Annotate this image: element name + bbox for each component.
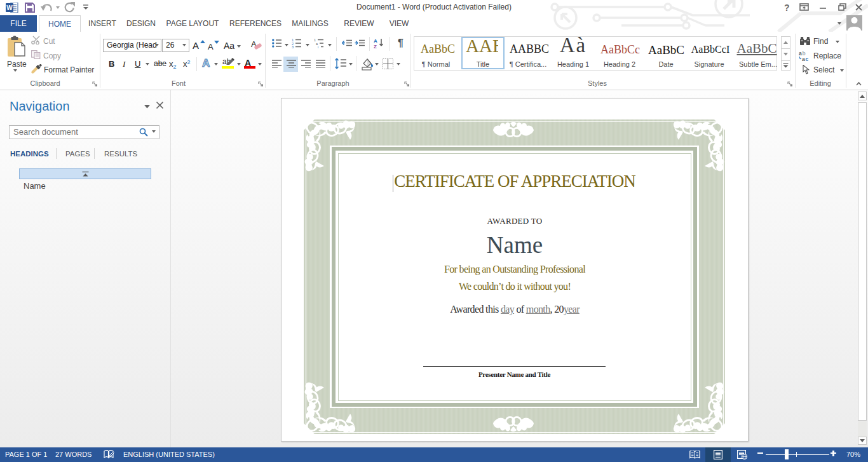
svg-text:a: a [802, 56, 805, 62]
svg-text:A: A [374, 38, 377, 44]
svg-text:c: c [806, 56, 809, 62]
svg-text:Z: Z [374, 44, 377, 48]
svg-text:i: i [318, 45, 318, 48]
svg-text:3: 3 [292, 45, 294, 48]
svg-text:?: ? [784, 3, 790, 13]
